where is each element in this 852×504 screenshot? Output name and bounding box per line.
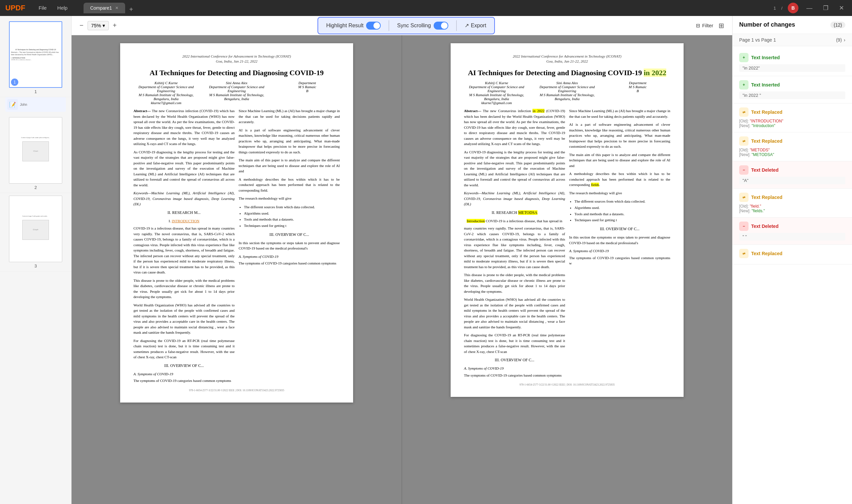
change-item-2[interactable]: + Text Inserted "in 2022 " — [732, 76, 852, 104]
svg-text:+: + — [743, 55, 745, 60]
svg-text:⇄: ⇄ — [743, 139, 745, 143]
change-item-5[interactable]: − Text Deleted "A" — [732, 161, 852, 188]
pdf-page-right: 2022 International Conference for Advanc… — [450, 43, 684, 397]
section3-heading-left: III. OVERVIEW OF C... — [134, 363, 235, 368]
changes-panel: Number of changes (12) Page 1 vs Page 1 … — [732, 16, 852, 504]
changes-header: Number of changes (12) — [732, 16, 852, 34]
tab-area: Compare1 ✕ + — [84, 3, 774, 13]
titlebar: UPDF File Help Compare1 ✕ + 1 / B — ❐ ✕ — [0, 0, 852, 16]
change-new-3: [New]: "Introduction" — [739, 123, 845, 128]
inserted-icon-1: + — [739, 53, 748, 62]
thumbnail-num-3: 3 — [34, 264, 37, 268]
doi-left: 978-1-6654-2577-3/22/31.00 ©2022 IEEE | … — [134, 389, 340, 392]
change-item-1[interactable]: + Text Inserted "in 2022" — [732, 49, 852, 76]
change-type-label-6: Text Replaced — [751, 195, 782, 200]
changes-subheader[interactable]: Page 1 vs Page 1 (9) › — [732, 34, 852, 46]
change-value-2: "in 2022 " — [739, 91, 845, 99]
svg-text:⇄: ⇄ — [743, 252, 745, 255]
thumbnail-item-1[interactable]: AI Techniques for Detecting and Diagnosi… — [0, 19, 71, 97]
zoom-selector[interactable]: 75% ▾ — [88, 21, 109, 30]
sync-scrolling-switch[interactable] — [434, 22, 448, 30]
highlight-result-switch[interactable] — [366, 22, 381, 30]
change-type-label-3: Text Replaced — [751, 109, 782, 115]
pdf-two-col-right: Abstract— The new Coronavirus infection … — [464, 108, 670, 381]
highlight-result-toggle: Highlight Result — [326, 22, 381, 30]
change-type-label-8: Text Replaced — [751, 251, 782, 256]
change-type-label-2: Text Inserted — [751, 82, 780, 88]
zoom-chevron-icon: ▾ — [103, 23, 105, 29]
svg-text:⇄: ⇄ — [743, 196, 745, 199]
page-badge-1: 1 — [11, 78, 18, 86]
replaced-icon-6: ⇄ — [739, 193, 748, 202]
annotation-label: John — [20, 103, 27, 106]
changes-title: Number of changes — [739, 21, 795, 28]
pdf-panel-left[interactable]: 2022 International Conference for Advanc… — [72, 35, 402, 504]
pdf-title-right: AI Techniques for Detecting and Diagnosi… — [464, 68, 670, 78]
svg-text:⇄: ⇄ — [743, 110, 745, 114]
zoom-out-button[interactable]: − — [79, 22, 84, 29]
pdf-compare-area: 2022 International Conference for Advanc… — [72, 35, 732, 504]
change-old-new-4: [Old]: "METODS" — [739, 148, 845, 152]
annotation-item[interactable]: 📝 John — [5, 97, 66, 112]
highlight-covid-2022: in 2022 — [533, 109, 545, 113]
change-new-4: [New]: "METODSA" — [739, 152, 845, 157]
menu-bar: File Help — [33, 0, 73, 16]
change-value-5: "A" — [739, 177, 845, 184]
intro-heading-left: INTRODUCTION — [172, 219, 199, 223]
change-new-6: [New]: "fields." — [739, 209, 845, 213]
pdf-panel-right[interactable]: 2022 International Conference for Advanc… — [402, 35, 732, 504]
change-item-7[interactable]: − Text Deleted " " — [732, 218, 852, 245]
annotation-icon: 📝 — [7, 99, 18, 110]
sync-scrolling-toggle: Sync Scrolling — [397, 22, 448, 30]
export-button[interactable]: ↗ Export — [465, 22, 486, 29]
main-layout: AI Techniques for Detecting and Diagnosi… — [0, 16, 852, 504]
change-item-4[interactable]: ⇄ Text Replaced [Old]: "METODS" [New]: "… — [732, 132, 852, 161]
change-item-8[interactable]: ⇄ Text Replaced — [732, 245, 852, 265]
pdf-two-col-left: Abstract— The new Coronavirus infection … — [134, 108, 340, 386]
thumbnail-num-2: 2 — [34, 185, 37, 190]
zoom-in-button[interactable]: + — [113, 22, 117, 29]
changes-count-badge: (12) — [830, 22, 845, 28]
minimize-button[interactable]: — — [804, 5, 815, 12]
menu-help[interactable]: Help — [52, 0, 73, 16]
layout-button[interactable]: ⊞ — [718, 22, 724, 30]
change-type-label-7: Text Deleted — [751, 223, 778, 229]
menu-file[interactable]: File — [33, 0, 52, 16]
pdf-header-left: 2022 International Conference for Advanc… — [134, 54, 340, 64]
maximize-button[interactable]: ❐ — [820, 4, 831, 12]
window-number: 1 — [774, 6, 776, 11]
pdf-page-left: 2022 International Conference for Advanc… — [120, 43, 353, 402]
highlight-result-label: Highlight Result — [326, 23, 363, 29]
window-num-separator: / — [781, 6, 782, 11]
toggle-divider-2 — [456, 20, 457, 31]
tab-close-icon[interactable]: ✕ — [115, 6, 119, 10]
filter-label: Filter — [702, 23, 713, 28]
filter-button[interactable]: ⊟ Filter — [696, 23, 713, 29]
highlight-fields: fields — [591, 183, 599, 187]
thumbnail-page-1: AI Techniques for Detecting and Diagnosi… — [9, 21, 62, 88]
tab-add-button[interactable]: + — [126, 6, 136, 13]
svg-text:+: + — [743, 83, 745, 87]
close-button[interactable]: ✕ — [836, 4, 847, 12]
change-type-label-5: Text Deleted — [751, 167, 778, 173]
toolbar-center: Highlight Result Sync Scrolling ↗ Export — [318, 17, 495, 34]
sync-scrolling-label: Sync Scrolling — [397, 23, 431, 29]
deleted-icon-5: − — [739, 165, 748, 175]
svg-text:−: − — [743, 168, 745, 172]
replaced-icon-8: ⇄ — [739, 249, 748, 258]
change-item-6[interactable]: ⇄ Text Replaced [Old]: "field." [New]: "… — [732, 188, 852, 218]
replaced-icon-3: ⇄ — [739, 107, 748, 117]
toolbar-right: ⊟ Filter ⊞ — [696, 22, 724, 30]
export-label: Export — [471, 23, 486, 29]
thumbnail-page-3: Content of page 3 with graphs and result… — [9, 196, 62, 262]
titlebar-right: 1 / B — ❐ ✕ — [774, 3, 847, 13]
change-item-3[interactable]: ⇄ Text Replaced [Old]: "INTRODUCTION" [N… — [732, 104, 852, 132]
avatar[interactable]: B — [788, 3, 798, 13]
page-compare-count[interactable]: (9) › — [836, 37, 845, 42]
content-area: − 75% ▾ + Highlight Result Sync Scrollin… — [72, 16, 732, 504]
section2-heading-left: II. RESEARCH M... — [134, 210, 235, 216]
thumbnail-item-3[interactable]: Content of page 3 with graphs and result… — [0, 193, 71, 271]
change-old-new-6: [Old]: "field." — [739, 204, 845, 209]
thumbnail-item-2[interactable]: Content of page 2 with scatter plots and… — [0, 114, 71, 193]
tab-compare1[interactable]: Compare1 ✕ — [84, 3, 125, 13]
